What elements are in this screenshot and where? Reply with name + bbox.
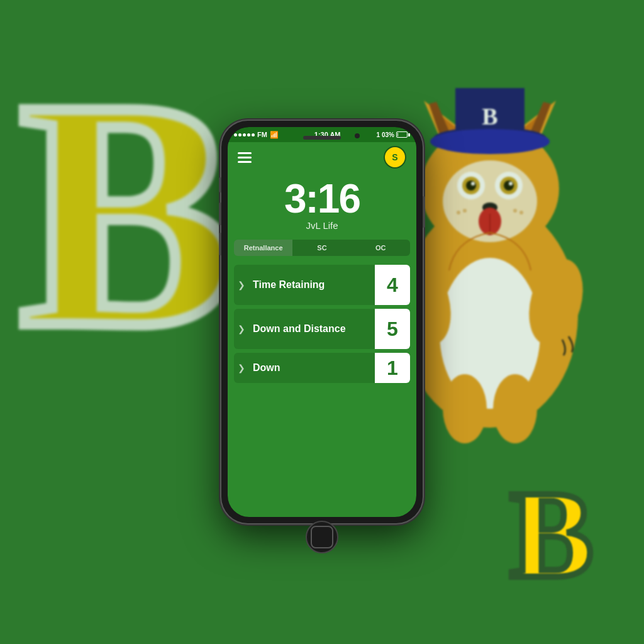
score-time: 3:16 <box>228 179 416 219</box>
chevron-icon-3: ❯ <box>234 353 249 383</box>
stat-label-text-2: Down and Distance <box>253 323 346 335</box>
phone-shell: FM 📶 1:30 AM 1 03% <box>221 121 423 523</box>
svg-point-24 <box>519 211 523 214</box>
stat-row-down-partial[interactable]: ❯ Down 1 <box>234 353 410 383</box>
hamburger-line-3 <box>238 161 252 163</box>
signal-dot-2 <box>238 133 242 136</box>
tab-retnallance[interactable]: Retnallance <box>234 240 292 256</box>
bg-b-bottom: B <box>510 462 594 606</box>
svg-point-31 <box>430 129 550 154</box>
tab-oc[interactable]: OC <box>352 240 410 256</box>
front-camera <box>355 133 360 138</box>
tab-bar: Retnallance SC OC <box>234 240 410 256</box>
volume-down-button <box>219 233 221 255</box>
tab-sc[interactable]: SC <box>292 240 351 256</box>
stat-value-1: 4 <box>387 274 398 297</box>
network-indicator: 1 <box>376 131 380 138</box>
hamburger-menu[interactable] <box>238 152 252 163</box>
bg-letter: B <box>19 50 237 377</box>
signal-dot-5 <box>252 133 255 136</box>
home-button[interactable] <box>306 521 338 553</box>
stat-label-text-3: Down <box>253 362 280 374</box>
hamburger-line-2 <box>238 157 252 158</box>
svg-point-15 <box>504 180 514 191</box>
app-content: S 3:16 JvL Life Retnallance SC OC ❯ Time… <box>228 142 416 517</box>
chevron-icon-1: ❯ <box>234 265 249 305</box>
stat-value-3: 1 <box>387 357 398 380</box>
svg-text:B: B <box>482 103 497 130</box>
team-logo[interactable]: S <box>384 146 406 169</box>
stat-label-time-retaining: Time Retaining <box>249 265 375 305</box>
stat-row-down-distance[interactable]: ❯ Down and Distance 5 <box>234 309 410 349</box>
svg-point-17 <box>509 182 513 186</box>
nav-bar: S <box>228 142 416 172</box>
battery-percent: 03% <box>382 131 394 138</box>
stat-value-2: 5 <box>387 318 398 341</box>
stat-label-down: Down <box>249 353 375 383</box>
battery-fill <box>397 133 398 136</box>
stats-list: ❯ Time Retaining 4 ❯ Down and Distance <box>228 261 416 517</box>
stat-value-box-1: 4 <box>375 265 410 305</box>
svg-point-27 <box>443 374 487 443</box>
volume-up-button <box>219 203 221 225</box>
hamburger-line-1 <box>238 152 252 154</box>
svg-point-21 <box>463 209 467 213</box>
battery-icon <box>396 131 410 138</box>
mute-button <box>219 177 221 192</box>
stat-row-time-retaining[interactable]: ❯ Time Retaining 4 <box>234 265 410 305</box>
carrier-label: FM <box>257 131 267 138</box>
signal-dot-3 <box>243 133 246 136</box>
svg-point-23 <box>513 209 517 213</box>
signal-bars <box>234 133 255 136</box>
score-subtitle: JvL Life <box>228 220 416 231</box>
wifi-icon: 📶 <box>270 131 279 139</box>
svg-point-28 <box>493 374 537 443</box>
svg-point-22 <box>457 211 460 214</box>
signal-dot-1 <box>234 133 237 136</box>
chevron-icon-2: ❯ <box>234 309 249 349</box>
battery-body <box>396 131 408 138</box>
stat-label-down-distance: Down and Distance <box>249 309 375 349</box>
svg-point-14 <box>466 180 476 191</box>
power-button <box>423 196 425 228</box>
speaker-slot <box>303 136 341 140</box>
stat-value-box-2: 5 <box>375 309 410 349</box>
signal-dot-4 <box>247 133 250 136</box>
score-display: 3:16 JvL Life <box>228 172 416 235</box>
status-bar: FM 📶 1:30 AM 1 03% <box>228 127 416 142</box>
battery-tip <box>408 133 410 136</box>
home-button-inner <box>311 526 333 548</box>
stat-value-box-3: 1 <box>375 353 410 383</box>
status-right: 1 03% <box>376 131 410 138</box>
stat-label-text-1: Time Retaining <box>253 279 325 291</box>
status-left: FM 📶 <box>234 131 279 139</box>
svg-point-16 <box>471 182 475 186</box>
phone-screen: FM 📶 1:30 AM 1 03% <box>228 127 416 517</box>
